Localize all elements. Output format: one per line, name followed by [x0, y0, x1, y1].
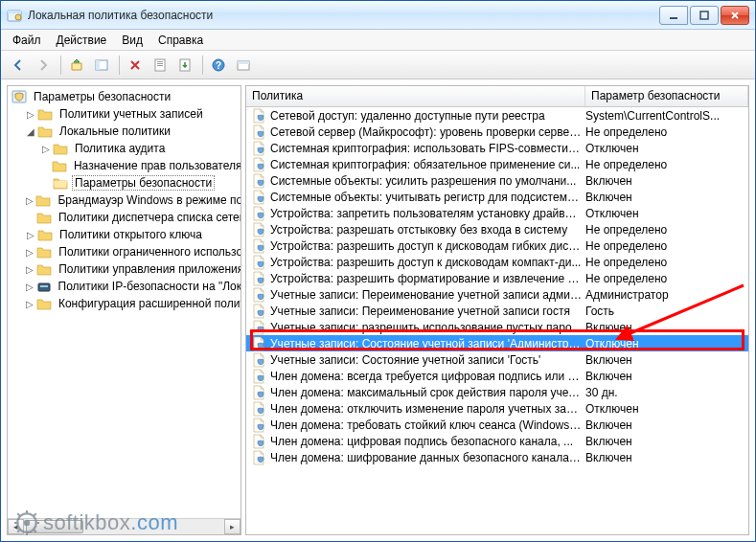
tree-item[interactable]: Политики диспетчера списка сетей — [8, 209, 241, 226]
svg-rect-15 — [238, 61, 249, 64]
minimize-button[interactable] — [659, 6, 688, 25]
maximize-button[interactable] — [690, 6, 719, 25]
expander-icon[interactable] — [40, 177, 52, 189]
tree-item[interactable]: Параметры безопасности — [8, 174, 241, 192]
help-button[interactable]: ? — [207, 54, 230, 77]
tree-item-label: Политики учетных записей — [57, 106, 206, 122]
tree-item-label: Политики IP-безопасности на "Лока — [56, 279, 241, 294]
list-row[interactable]: Учетные записи: Переименование учетной з… — [246, 286, 748, 303]
list-row[interactable]: Устройства: запретить пользователям уста… — [246, 205, 748, 221]
list-row[interactable]: Системная криптография: обязательное при… — [246, 156, 748, 172]
refresh-policies-button[interactable] — [232, 54, 255, 77]
policy-param: Администратор — [585, 288, 748, 302]
menu-help[interactable]: Справка — [150, 32, 211, 49]
svg-text:?: ? — [216, 60, 221, 71]
tree-item[interactable]: ▷Политики открытого ключа — [8, 226, 241, 243]
tree-item[interactable]: ▷Брандмауэр Windows в режиме пов — [8, 192, 241, 209]
tree-item[interactable]: ◢Локальные политики — [8, 123, 241, 140]
menu-file[interactable]: Файл — [5, 32, 49, 49]
list-row[interactable]: Член домена: цифровая подпись безопасног… — [246, 433, 748, 449]
expander-icon[interactable]: ▷ — [25, 229, 36, 240]
export-list-button[interactable] — [173, 54, 196, 77]
policy-doc-icon — [251, 304, 266, 319]
properties-button[interactable] — [149, 54, 172, 77]
list-row[interactable]: Учетные записи: Состояние учетной записи… — [246, 335, 748, 351]
svg-rect-18 — [40, 285, 48, 287]
tree-root[interactable]: Параметры безопасности — [8, 88, 241, 105]
menu-view[interactable]: Вид — [114, 32, 150, 49]
list-row[interactable]: Учетные записи: Переименование учетной з… — [246, 303, 748, 319]
up-button[interactable] — [65, 54, 88, 77]
policy-param: Не определено — [585, 256, 748, 269]
list-row[interactable]: Член домена: всегда требуется цифровая п… — [246, 368, 748, 384]
title-bar: Локальная политика безопасности — [1, 1, 755, 30]
tree-item[interactable]: ▷Политики управления приложения — [8, 260, 241, 278]
policy-param: Включен — [585, 321, 748, 334]
list-row[interactable]: Устройства: разрешить доступ к дисковода… — [246, 254, 748, 270]
policy-param: Не определено — [585, 272, 748, 285]
expander-icon[interactable]: ▷ — [25, 263, 36, 275]
list-row[interactable]: Системная криптография: использовать FIP… — [246, 140, 748, 156]
expander-icon[interactable] — [24, 212, 34, 223]
policy-name: Системная криптография: использовать FIP… — [270, 142, 585, 155]
policy-name: Член домена: шифрование данных безопасно… — [270, 451, 585, 464]
expander-icon[interactable]: ▷ — [40, 143, 52, 154]
policy-name: Системная криптография: обязательное при… — [270, 158, 585, 171]
menu-action[interactable]: Действие — [49, 32, 115, 49]
policy-param: Отключен — [585, 142, 748, 155]
policy-name: Устройства: разрешить форматирование и и… — [270, 272, 585, 285]
tree-item[interactable]: ▷Политики ограниченного использо — [8, 243, 241, 260]
forward-button[interactable] — [32, 54, 55, 77]
column-policy[interactable]: Политика — [246, 86, 585, 106]
tree-horizontal-scrollbar[interactable]: ◂ ▸ — [8, 518, 241, 534]
list-row[interactable]: Устройства: разрешить форматирование и и… — [246, 270, 748, 286]
delete-button[interactable] — [124, 54, 147, 77]
policy-name: Сетевой доступ: удаленно доступные пути … — [270, 109, 585, 123]
list-body[interactable]: Сетевой доступ: удаленно доступные пути … — [246, 107, 748, 534]
list-row[interactable]: Сетевой сервер (Майкрософт): уровень про… — [246, 124, 748, 140]
expander-icon[interactable]: ▷ — [25, 108, 36, 120]
list-pane: Политика Параметр безопасности Сетевой д… — [245, 85, 749, 535]
back-button[interactable] — [7, 54, 30, 77]
tree[interactable]: Параметры безопасности▷Политики учетных … — [8, 86, 241, 518]
scroll-left-icon[interactable]: ◂ — [8, 519, 24, 534]
list-row[interactable]: Системные объекты: усилить разрешения по… — [246, 172, 748, 189]
list-row[interactable]: Член домена: требовать стойкий ключ сеан… — [246, 417, 748, 433]
list-row[interactable]: Член домена: шифрование данных безопасно… — [246, 449, 748, 465]
expander-icon[interactable]: ▷ — [24, 298, 35, 309]
tree-item[interactable]: ▷Политики IP-безопасности на "Лока — [8, 278, 241, 295]
list-row[interactable]: Устройства: разрешить доступ к дисковода… — [246, 237, 748, 254]
policy-name: Учетные записи: Переименование учетной з… — [270, 288, 585, 302]
tree-item[interactable]: ▷Конфигурация расширенной полит — [8, 295, 241, 312]
scroll-right-icon[interactable]: ▸ — [224, 519, 241, 534]
list-row[interactable]: Устройства: разрешать отстыковку без вхо… — [246, 221, 748, 237]
policy-doc-icon — [251, 336, 266, 351]
tree-root-label: Параметры безопасности — [31, 89, 173, 104]
expander-icon[interactable]: ▷ — [25, 246, 36, 258]
policy-param: System\CurrentControlS... — [585, 109, 748, 123]
expander-icon[interactable]: ◢ — [25, 125, 36, 137]
list-row[interactable]: Член домена: максимальный срок действия … — [246, 384, 748, 400]
policy-doc-icon — [251, 141, 266, 156]
tree-item[interactable]: Назначение прав пользователя — [8, 157, 241, 174]
expander-icon[interactable] — [39, 160, 51, 171]
tree-item[interactable]: ▷Политика аудита — [8, 140, 241, 157]
list-row[interactable]: Учетные записи: разрешить использование … — [246, 319, 748, 335]
show-hide-tree-button[interactable] — [90, 54, 113, 77]
tree-item[interactable]: ▷Политики учетных записей — [8, 105, 241, 123]
close-button[interactable] — [721, 6, 749, 25]
policy-param: Включен — [585, 370, 748, 383]
list-row[interactable]: Учетные записи: Состояние учетной записи… — [246, 351, 748, 368]
list-row[interactable]: Сетевой доступ: удаленно доступные пути … — [246, 107, 748, 124]
tree-item-label: Брандмауэр Windows в режиме пов — [55, 192, 241, 208]
list-row[interactable]: Член домена: отключить изменение пароля … — [246, 400, 748, 417]
list-row[interactable]: Системные объекты: учитывать регистр для… — [246, 189, 748, 205]
expander-icon[interactable]: ▷ — [24, 281, 34, 292]
column-security-parameter[interactable]: Параметр безопасности — [585, 86, 748, 106]
policy-param: Отключен — [585, 402, 748, 416]
scroll-thumb[interactable] — [26, 520, 83, 533]
expander-icon[interactable]: ▷ — [24, 194, 34, 206]
folder-icon — [36, 210, 52, 225]
tree-pane: Параметры безопасности▷Политики учетных … — [7, 85, 241, 535]
policy-name: Учетные записи: разрешить использование … — [270, 321, 585, 334]
